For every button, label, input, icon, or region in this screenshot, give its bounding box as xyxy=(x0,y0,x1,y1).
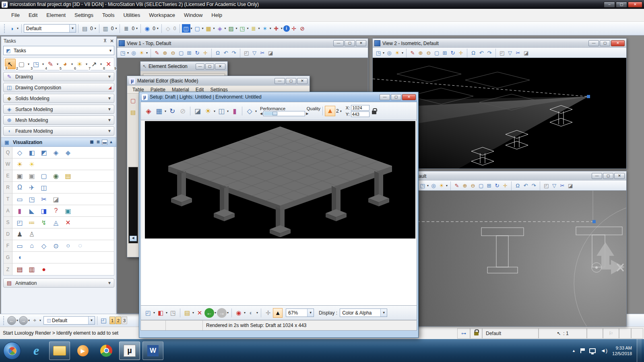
minimize-button[interactable]: — xyxy=(588,40,599,46)
menu-edit[interactable]: Edit xyxy=(25,10,41,20)
dropdown-arrow[interactable]: ▾ xyxy=(95,27,96,30)
record-movie-tool[interactable]: ▤ xyxy=(15,265,25,274)
dropdown-arrow[interactable]: ▾ xyxy=(255,109,257,113)
dropdown-arrow[interactable]: ▾ xyxy=(28,62,29,66)
transparency-attribute-icon[interactable]: ◉ xyxy=(143,24,151,33)
clip-volume-icon[interactable]: ▽ xyxy=(550,182,558,190)
dropdown-arrow[interactable]: ▾ xyxy=(281,27,283,30)
zoom-in-icon[interactable]: ⊕ xyxy=(461,182,469,190)
copy-view-tool[interactable]: ◳ xyxy=(27,194,37,204)
dropdown-arrow[interactable]: ▾ xyxy=(270,27,271,30)
action-center-flag-icon[interactable] xyxy=(580,348,584,353)
windows-explorer-button[interactable] xyxy=(49,341,70,360)
new-file-icon[interactable]: ▢ xyxy=(193,24,202,33)
dropdown-arrow[interactable]: ▾ xyxy=(247,27,249,30)
start-button[interactable] xyxy=(3,342,21,360)
window-area-icon[interactable]: ▢ xyxy=(433,49,441,57)
pan-view-icon[interactable]: ✛ xyxy=(501,182,509,190)
view4-content[interactable] xyxy=(417,191,626,326)
render-tool[interactable]: ◇ xyxy=(15,148,25,157)
chevron-down-icon[interactable]: ▼ xyxy=(88,317,95,324)
close-button[interactable]: ✕ xyxy=(611,40,625,46)
x-size-field[interactable]: 1024 xyxy=(351,105,369,111)
new-material-icon[interactable]: ▢ xyxy=(129,96,137,105)
fit-view-icon[interactable]: ⊞ xyxy=(485,182,493,190)
view-toggle-1[interactable]: 1 xyxy=(109,317,115,324)
toolbar-grip[interactable] xyxy=(4,24,6,33)
chevron-down-icon[interactable]: ▼ xyxy=(107,118,111,122)
chevron-up-icon[interactable]: ▲ xyxy=(108,140,114,145)
query-material-tool[interactable]: ? xyxy=(51,206,61,216)
start-render-icon[interactable]: ◈ xyxy=(143,106,154,116)
network-icon[interactable] xyxy=(589,348,596,353)
maximize-button[interactable]: ▢ xyxy=(345,40,355,46)
minimize-button[interactable]: — xyxy=(275,78,285,84)
place-slab-tool[interactable]: ▭ xyxy=(15,241,25,251)
reload-scene-icon[interactable]: ↻ xyxy=(167,106,178,116)
dropdown-arrow[interactable]: ▾ xyxy=(192,311,194,315)
navigate-view-tool[interactable]: ◫ xyxy=(39,183,49,192)
clip-mask-icon[interactable]: ✂ xyxy=(558,182,566,190)
dropdown-arrow[interactable]: ▾ xyxy=(446,184,448,187)
fit-view-icon[interactable]: ⊞ xyxy=(441,49,449,57)
close-button[interactable]: ✕ xyxy=(402,94,416,100)
maximize-button[interactable]: ▢ xyxy=(391,94,401,100)
rgb-channels-icon[interactable]: ◉ xyxy=(234,308,244,318)
material-preview-tool[interactable]: ▣ xyxy=(63,206,73,216)
zoom-in-icon[interactable]: ⊕ xyxy=(417,49,425,57)
dropdown-arrow[interactable]: ▾ xyxy=(165,109,166,113)
apply-material-tool[interactable]: ▮ xyxy=(15,206,25,216)
place-polygon-tool[interactable]: ⌂ xyxy=(27,241,37,251)
render-cube-icon[interactable]: ◪ xyxy=(566,182,574,190)
zoom-out-icon[interactable]: ⊖ xyxy=(425,49,433,57)
dropdown-arrow[interactable]: ▾ xyxy=(191,27,192,30)
fence-type-icon[interactable]: ◫ xyxy=(182,24,190,33)
media-player-button[interactable]: ▶ xyxy=(72,341,93,360)
chevron-down-icon[interactable]: ▼ xyxy=(109,49,114,53)
zoom-in-icon[interactable]: ⊕ xyxy=(161,49,169,57)
cells-icon[interactable]: ◈ xyxy=(216,24,224,33)
view-cube-tool[interactable]: ◪ xyxy=(51,194,61,204)
material-editor-titlebar[interactable]: µ Material Editor (Basic Mode) — ▢ ✕ xyxy=(127,76,310,86)
dropdown-arrow[interactable]: ▾ xyxy=(166,311,167,315)
section-feature-modeling[interactable]: ◖ Feature Modeling ▼ xyxy=(3,126,114,136)
dropdown-arrow[interactable]: ▾ xyxy=(227,311,229,315)
dropdown-arrow[interactable]: ▾ xyxy=(244,311,246,315)
adjust-brightness-icon[interactable]: ☀ xyxy=(438,182,446,190)
copy-view-icon[interactable]: ◰ xyxy=(542,182,550,190)
section-solids-modeling[interactable]: ◆ Solids Modeling ▼ xyxy=(3,94,114,103)
walk-tool[interactable]: Ω xyxy=(15,183,25,192)
place-arc-tool[interactable]: ◇ xyxy=(39,241,49,251)
pin-icon[interactable]: ⊼ xyxy=(103,38,107,43)
place-light-tool[interactable]: ☀ xyxy=(27,159,37,169)
dropdown-arrow[interactable]: ▾ xyxy=(57,62,58,66)
element-info-icon[interactable]: i xyxy=(283,25,290,32)
save-image-as-icon[interactable]: ◧ xyxy=(156,308,165,318)
dropdown-arrow[interactable]: ▾ xyxy=(86,62,87,66)
place-ellipse-tool[interactable]: ◌ xyxy=(75,241,85,251)
close-button[interactable]: ✕ xyxy=(628,2,642,8)
animation-path-tool[interactable]: ↯ xyxy=(39,218,49,227)
level-manager-icon[interactable]: ≣ xyxy=(250,24,258,33)
place-circle-center-tool[interactable]: ⊙ xyxy=(51,241,61,251)
dropdown-arrow[interactable]: ▾ xyxy=(256,311,258,315)
dropdown-arrow[interactable]: ▾ xyxy=(427,184,429,187)
find-replace-icon[interactable]: ✶ xyxy=(261,24,269,33)
chevron-down-icon[interactable]: ▼ xyxy=(107,281,111,285)
delete-tool[interactable]: ✕8 xyxy=(103,59,114,69)
clip-volume-icon[interactable]: ▽ xyxy=(506,49,514,57)
dropdown-arrow[interactable]: ▾ xyxy=(153,311,155,315)
fly-actor-tool[interactable]: ♙ xyxy=(27,229,37,239)
dropdown-arrow[interactable]: ▾ xyxy=(157,27,159,30)
raster-manager-icon[interactable]: ▨ xyxy=(227,24,235,33)
close-icon[interactable]: ✕ xyxy=(110,38,114,44)
place-circle-tool[interactable]: ○ xyxy=(63,241,73,251)
dropdown-arrow[interactable]: ▾ xyxy=(17,319,18,322)
element-selection-titlebar[interactable]: ↖ Element Selection — ▢ ✕ xyxy=(140,62,227,71)
sheet-chart-icon[interactable]: ◢ xyxy=(108,85,111,90)
color-attribute-icon[interactable]: ▤ xyxy=(80,24,89,33)
forward-button[interactable]: → xyxy=(19,316,28,325)
view-attributes-icon[interactable]: ◎ xyxy=(385,49,393,57)
rotate-view-icon[interactable]: ↻ xyxy=(493,182,501,190)
close-button[interactable]: ✕ xyxy=(614,173,625,179)
